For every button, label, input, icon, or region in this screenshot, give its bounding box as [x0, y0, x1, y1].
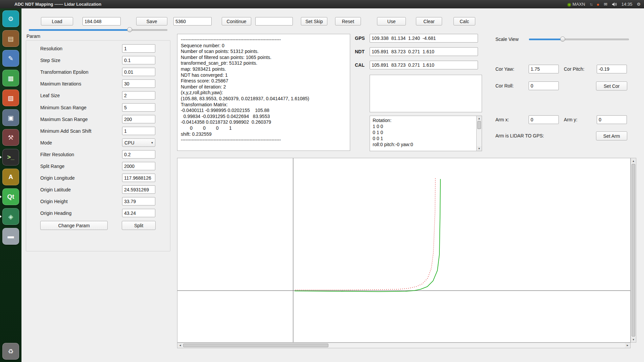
load-button[interactable]: Load [41, 17, 73, 25]
cor-roll-input[interactable] [529, 81, 559, 90]
scale-view-slider[interactable] [529, 36, 629, 42]
scrollbar-thumb[interactable] [632, 164, 635, 337]
clear-button[interactable]: Clear [416, 17, 442, 25]
param-select-mode[interactable]: CPU▾ [122, 138, 155, 147]
param-group-title: Param [26, 33, 40, 40]
param-label-split-range: Split Range [40, 162, 64, 170]
log-line: shift: 0.232559 [181, 131, 346, 137]
param-input-transformation-epsilon[interactable] [122, 68, 155, 76]
launcher-item-software-center[interactable]: ▣ [2, 109, 19, 126]
cor-yaw-input[interactable] [529, 65, 559, 73]
ndt-log-output[interactable]: ----------------------------------------… [177, 34, 350, 151]
param-input-origin-height[interactable] [122, 197, 155, 205]
split-button[interactable]: Split [122, 221, 156, 230]
change-param-button[interactable]: Change Param [40, 221, 108, 230]
param-label-mode: Mode [40, 138, 52, 147]
log-line: -0.0400111 -0.998995 0.0202155 105.88 [181, 108, 346, 114]
save-button[interactable]: Save [136, 17, 167, 25]
network-indicator[interactable]: ↑↓ [589, 2, 592, 7]
scrollbar-thumb[interactable] [183, 344, 328, 347]
arm-y-label: Arm y: [564, 115, 577, 124]
launcher-item-spreadsheet[interactable]: ▦ [2, 70, 19, 86]
param-input-filter-resolution[interactable] [122, 150, 155, 159]
frame-slider[interactable] [29, 27, 167, 33]
up-down-arrows-icon: ↑↓ [589, 2, 592, 7]
sound-indicator[interactable] [612, 2, 617, 7]
slider-fill [529, 39, 563, 40]
slider-handle[interactable] [560, 37, 565, 42]
param-input-origin-latitude[interactable] [122, 185, 155, 194]
rotation-output[interactable]: Rotation:1 0 00 1 00 0 1roll:0 pitch:-0 … [370, 116, 482, 151]
launcher-item-terminal[interactable]: >_ [2, 149, 19, 166]
param-input-origin-longitude[interactable] [122, 174, 155, 182]
messaging-indicator[interactable]: ✉ [604, 2, 607, 7]
launcher-item-text-editor[interactable]: ✎ [2, 50, 19, 67]
nvidia-gpu-indicator[interactable]: ◉ MAXN [567, 2, 585, 7]
param-label-leaf-size: Leaf Size [40, 91, 60, 100]
load-value-input[interactable] [83, 17, 121, 25]
continue-button[interactable]: Conitinue [222, 17, 251, 25]
log-line: transformed_scan_ptr: 51312 points. [181, 60, 346, 66]
scroll-up-button[interactable]: ▲ [631, 158, 636, 164]
map-horizontal-scrollbar[interactable]: ◄ ► [177, 343, 631, 348]
param-label-minimum-add-scan-shift: Minimum Add Scan Shift [40, 127, 92, 135]
launcher-item-visualizer[interactable]: ◈ [2, 208, 19, 225]
set-cor-button[interactable]: Set Cor [596, 81, 627, 90]
cor-pitch-input[interactable] [597, 65, 627, 73]
arm-x-input[interactable] [529, 115, 559, 124]
launcher-item-archive-manager[interactable]: ▤ [2, 30, 19, 47]
param-input-leaf-size[interactable] [122, 91, 155, 100]
slider-handle[interactable] [127, 27, 132, 32]
clock-indicator[interactable]: 14:35 [622, 2, 633, 7]
nvidia-icon: ◉ [567, 2, 571, 7]
launcher-item-qt-creator[interactable]: Qt [2, 188, 19, 205]
cal-pose-input[interactable] [370, 61, 478, 69]
launcher-item-presentation[interactable]: ▧ [2, 89, 19, 106]
update-indicator[interactable]: ● [596, 2, 599, 7]
log-line: (x,y,z,roll,pitch,yaw): [181, 90, 346, 96]
arm-y-input[interactable] [597, 115, 627, 124]
calc-button[interactable]: Calc [453, 17, 475, 25]
launcher-item-system-tools[interactable]: ⚒ [2, 129, 19, 146]
map-vertical-scrollbar[interactable]: ▲ ▼ [631, 158, 636, 343]
param-input-minimum-add-scan-shift[interactable] [122, 127, 155, 135]
param-input-split-range[interactable] [122, 162, 155, 170]
rotation-scrollbar[interactable]: ▲ ▼ [476, 116, 482, 151]
set-arm-button[interactable]: Set Arm [596, 131, 627, 140]
set-skip-button[interactable]: Set Skip [301, 17, 327, 25]
param-input-step-size[interactable] [122, 56, 155, 64]
use-button[interactable]: Use [377, 17, 406, 25]
log-line: Fitness score: 0.25867 [181, 78, 346, 84]
session-indicator[interactable]: ⚙ [637, 2, 641, 7]
scrollbar-thumb[interactable] [477, 121, 481, 129]
continue-value-input[interactable] [255, 17, 293, 25]
rotation-line: 0 1 0 [373, 129, 479, 135]
scroll-up-button[interactable]: ▲ [477, 116, 482, 121]
selected-value: CPU [124, 140, 135, 145]
param-input-minimum-scan-range[interactable] [122, 103, 155, 112]
save-value-input[interactable] [173, 17, 212, 25]
ndt-pose-input[interactable] [370, 47, 478, 56]
scroll-left-button[interactable]: ◄ [177, 343, 183, 348]
launcher-item-app-a[interactable]: A [2, 169, 19, 185]
param-label-minimum-scan-range: Minimum Scan Range [40, 103, 87, 112]
param-input-maximum-scan-range[interactable] [122, 115, 155, 123]
rotation-line: roll:0 pitch:-0 yaw:0 [373, 141, 479, 147]
scroll-down-button[interactable]: ▼ [477, 146, 482, 151]
param-input-maximum-iterations[interactable] [122, 79, 155, 88]
launcher-item-system-settings[interactable]: ⚙ [2, 10, 19, 27]
gps-pose-input[interactable] [370, 34, 478, 43]
param-label-origin-longitude: Origin Longitude [40, 174, 75, 182]
launcher-item-disk-utility[interactable]: ▬ [2, 228, 19, 245]
param-input-origin-heading[interactable] [122, 209, 155, 217]
param-input-resolution[interactable] [122, 44, 155, 53]
scroll-down-button[interactable]: ▼ [631, 337, 636, 342]
scroll-right-button[interactable]: ► [625, 343, 630, 348]
arm-note-label: Arm is LIDAR TO GPS: [495, 131, 544, 140]
reset-button[interactable]: Reset [335, 17, 361, 25]
scale-view-label: Scale View [495, 35, 519, 44]
cor-roll-label: Cor Roll: [495, 81, 514, 90]
launcher-item-trash[interactable]: ♻ [2, 343, 19, 360]
log-line: Sequence number: 0 [181, 43, 346, 49]
map-view[interactable] [177, 158, 631, 343]
